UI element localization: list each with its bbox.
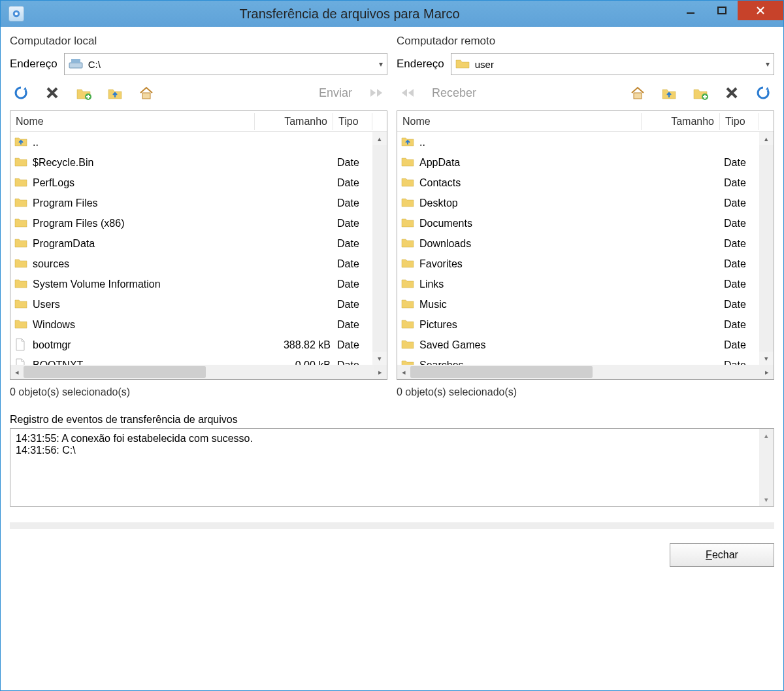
item-name: ProgramData <box>33 238 256 250</box>
local-address-value: C:\ <box>88 59 101 70</box>
scroll-right-icon[interactable]: ▸ <box>374 368 387 377</box>
item-type: Date <box>724 218 755 229</box>
list-item[interactable]: DownloadsDate <box>397 233 759 254</box>
local-vscrollbar[interactable]: ▴ ▾ <box>372 132 387 365</box>
item-name: .. <box>419 137 643 148</box>
item-name: Program Files <box>33 197 256 209</box>
item-type: Date <box>724 299 755 311</box>
list-item[interactable]: SearchesDate <box>397 355 759 365</box>
list-item[interactable]: ProgramDataDate <box>10 233 372 254</box>
remote-panel: Computador remoto Endereço user ▾ Recebe… <box>397 35 774 398</box>
col-name[interactable]: Nome <box>10 113 255 130</box>
remote-rows[interactable]: ..AppDataDateContactsDateDesktopDateDocu… <box>397 132 759 365</box>
log-vscrollbar[interactable]: ▴ ▾ <box>759 429 774 506</box>
local-address-combo[interactable]: C:\ ▾ <box>64 53 387 75</box>
list-item[interactable]: FavoritesDate <box>397 254 759 274</box>
delete-button[interactable] <box>722 83 742 103</box>
list-item[interactable]: DocumentsDate <box>397 213 759 233</box>
item-name: Program Files (x86) <box>33 218 256 229</box>
item-name: $Recycle.Bin <box>33 157 256 169</box>
list-item[interactable]: .. <box>10 132 372 152</box>
local-address-label: Endereço <box>10 58 57 71</box>
item-type: Date <box>337 278 368 290</box>
list-item[interactable]: PerfLogsDate <box>10 173 372 193</box>
close-dialog-button[interactable]: Fechar <box>670 543 774 567</box>
list-item[interactable]: .. <box>397 132 759 152</box>
folder-icon <box>401 257 416 271</box>
list-item[interactable]: MusicDate <box>397 294 759 314</box>
scroll-down-icon[interactable]: ▾ <box>372 352 387 365</box>
item-type: Date <box>724 339 755 351</box>
scroll-up-icon[interactable]: ▴ <box>759 132 774 145</box>
col-size[interactable]: Tamanho <box>642 113 720 130</box>
item-name: Documents <box>419 218 643 229</box>
col-name[interactable]: Nome <box>397 113 642 130</box>
send-button[interactable] <box>367 83 386 103</box>
scroll-down-icon[interactable]: ▾ <box>759 352 774 365</box>
minimize-button[interactable] <box>675 1 706 20</box>
file-icon <box>14 338 29 352</box>
list-item[interactable]: PicturesDate <box>397 314 759 335</box>
item-type: Date <box>337 218 368 229</box>
list-item[interactable]: BOOTNXT0.00 kBDate <box>10 355 372 365</box>
item-type: Date <box>337 299 368 311</box>
remote-hscrollbar[interactable]: ◂ ▸ <box>397 365 774 379</box>
svg-point-1 <box>15 12 18 16</box>
list-item[interactable]: AppDataDate <box>397 152 759 173</box>
folder-icon <box>455 58 470 71</box>
refresh-button[interactable] <box>11 83 31 103</box>
list-item[interactable]: sourcesDate <box>10 254 372 274</box>
refresh-button[interactable] <box>753 83 773 103</box>
col-type[interactable]: Tipo <box>333 113 372 130</box>
item-type: Date <box>724 258 755 270</box>
list-item[interactable]: Program FilesDate <box>10 193 372 213</box>
list-item[interactable]: $Recycle.BinDate <box>10 152 372 173</box>
maximize-button[interactable] <box>706 1 738 20</box>
scroll-right-icon[interactable]: ▸ <box>760 368 774 377</box>
scroll-up-icon[interactable]: ▴ <box>759 429 774 442</box>
local-hscrollbar[interactable]: ◂ ▸ <box>10 365 387 379</box>
item-type: Date <box>724 177 755 189</box>
new-folder-button[interactable] <box>691 83 710 103</box>
list-item[interactable]: Program Files (x86)Date <box>10 213 372 233</box>
scroll-down-icon[interactable]: ▾ <box>759 493 774 506</box>
scroll-left-icon[interactable]: ◂ <box>10 368 24 377</box>
folder-icon <box>401 277 416 292</box>
col-size[interactable]: Tamanho <box>255 113 333 130</box>
list-item[interactable]: System Volume InformationDate <box>10 274 372 294</box>
folder-icon <box>401 338 416 352</box>
item-type: Date <box>724 197 755 209</box>
close-button[interactable] <box>738 1 783 20</box>
home-button[interactable] <box>628 83 647 103</box>
item-name: Contacts <box>419 177 643 189</box>
parent-folder-button[interactable] <box>659 83 679 103</box>
delete-button[interactable] <box>42 83 62 103</box>
item-type: Date <box>724 278 755 290</box>
list-item[interactable]: Saved GamesDate <box>397 335 759 355</box>
list-item[interactable]: ContactsDate <box>397 173 759 193</box>
parent-folder-button[interactable] <box>105 83 125 103</box>
list-item[interactable]: bootmgr388.82 kBDate <box>10 335 372 355</box>
new-folder-button[interactable] <box>74 83 93 103</box>
app-icon <box>8 6 24 22</box>
scroll-left-icon[interactable]: ◂ <box>397 368 410 377</box>
item-name: BOOTNXT <box>33 360 256 365</box>
receive-button[interactable] <box>398 83 417 103</box>
log-section: Registro de eventos de transferência de … <box>10 414 774 507</box>
col-type[interactable]: Tipo <box>720 113 759 130</box>
folder-icon <box>401 358 416 365</box>
scroll-up-icon[interactable]: ▴ <box>372 132 387 145</box>
folder-icon <box>14 237 29 251</box>
list-item[interactable]: UsersDate <box>10 294 372 314</box>
home-button[interactable] <box>137 83 156 103</box>
list-item[interactable]: WindowsDate <box>10 314 372 335</box>
log-box[interactable]: 14:31:55: A conexão foi estabelecida com… <box>10 428 774 507</box>
item-type: Date <box>724 157 755 169</box>
item-name: Pictures <box>419 319 643 331</box>
list-item[interactable]: DesktopDate <box>397 193 759 213</box>
local-rows[interactable]: ..$Recycle.BinDatePerfLogsDateProgram Fi… <box>10 132 372 365</box>
remote-address-combo[interactable]: user ▾ <box>451 53 774 75</box>
svg-rect-5 <box>71 59 80 63</box>
remote-vscrollbar[interactable]: ▴ ▾ <box>759 132 774 365</box>
list-item[interactable]: LinksDate <box>397 274 759 294</box>
